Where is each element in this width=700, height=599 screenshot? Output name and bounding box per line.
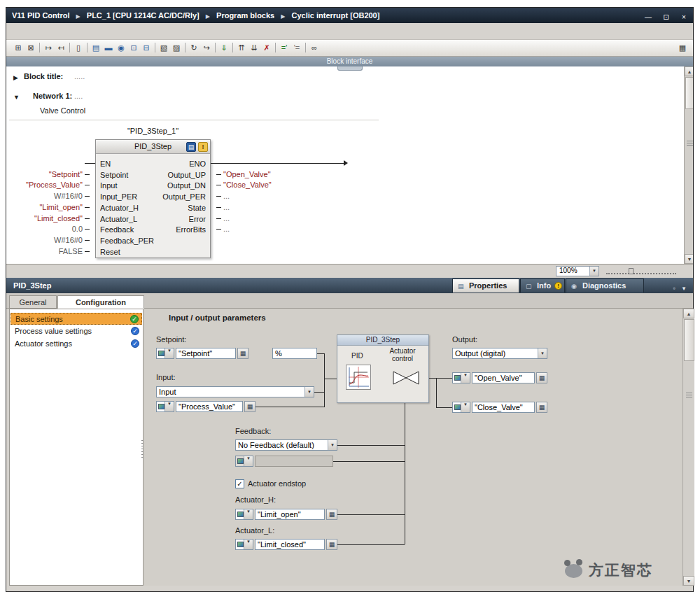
operand-reset[interactable]: FALSE (10, 247, 90, 255)
scroll-thumb[interactable] (685, 77, 693, 109)
absolute-operands-icon[interactable]: ▤ (90, 42, 102, 54)
operand-feedback[interactable]: 0.0 (10, 225, 90, 233)
scroll-grip[interactable] (687, 141, 693, 147)
instance-name[interactable]: "PID_3Step_1" (95, 127, 211, 135)
comment-icon[interactable]: ◉ (115, 42, 127, 54)
clear-forcing-icon[interactable]: ✗ (260, 42, 273, 54)
actuator-h-field[interactable]: "Limit_open" (255, 509, 325, 520)
collapse-panel-icon[interactable]: ▾ (679, 285, 689, 292)
network-comments-icon[interactable]: ▬ (102, 42, 115, 54)
network-collapse-icon[interactable]: ▼ (13, 94, 20, 101)
operand-open-valve[interactable]: "Open_Valve" (216, 170, 271, 178)
operand-error[interactable]: ... (216, 214, 230, 223)
tree-item-actuator-settings[interactable]: Actuator settings (10, 338, 142, 350)
monitor-on-icon[interactable]: =' (278, 42, 290, 54)
operand-input-per[interactable]: W#16#0 (10, 192, 90, 200)
scroll-down-button[interactable]: ▼ (683, 576, 694, 586)
network-title-placeholder[interactable]: .... (74, 92, 83, 100)
block-warning-icon[interactable]: ! (198, 142, 208, 152)
float-panel-icon[interactable]: ▫ (669, 285, 679, 292)
tree-item-basic-settings[interactable]: Basic settings (10, 313, 142, 325)
output-dn-field[interactable]: "Close_Valve" (472, 402, 535, 413)
tab-properties[interactable]: Properties (452, 279, 519, 293)
actuator-l-browse-button[interactable] (326, 539, 337, 550)
minimize-button[interactable]: — (642, 13, 654, 23)
snapshot-download-icon[interactable]: ⇊ (248, 42, 260, 54)
setpoint-browse-button[interactable] (237, 348, 248, 359)
interface-splitter-handle[interactable] (337, 66, 363, 71)
scroll-grip[interactable] (686, 393, 692, 399)
operand-output-per[interactable]: ... (216, 192, 230, 200)
setpoint-unit-field[interactable]: % (272, 348, 317, 359)
expand-networks-icon[interactable]: ▧ (158, 42, 170, 54)
snapshot-upload-icon[interactable]: ⇈ (235, 42, 248, 54)
scroll-up-button[interactable]: ▲ (685, 66, 693, 76)
go-to-icon[interactable]: ↪ (200, 42, 213, 54)
operand-limit-closed[interactable]: "Limit_closed" (10, 214, 90, 223)
tab-diagnostics[interactable]: Diagnostics (566, 279, 644, 293)
operand-errorbits[interactable]: ... (216, 225, 230, 233)
operand-close-valve[interactable]: "Close_Valve" (216, 181, 272, 189)
overview-icon[interactable]: ▯ (72, 42, 85, 54)
actuator-h-browse-button[interactable] (326, 509, 337, 520)
actuator-l-combo[interactable] (235, 539, 253, 550)
input-select[interactable]: Input (156, 386, 314, 397)
feedback-select[interactable]: No Feedback (default) (235, 439, 337, 451)
output-select[interactable]: Output (digital) (452, 348, 547, 359)
output-up-browse-button[interactable] (536, 372, 547, 383)
block-title-collapse-icon[interactable]: ▶ (13, 74, 18, 81)
download-icon[interactable]: ⇓ (218, 42, 230, 54)
input-tag-field[interactable]: "Process_Value" (176, 401, 243, 412)
tab-info[interactable]: Info (520, 279, 565, 293)
operand-state[interactable]: ... (216, 203, 230, 211)
delete-network-icon[interactable]: ⊠ (24, 42, 37, 54)
monitor-off-icon[interactable]: '= (290, 42, 303, 54)
glasses-icon[interactable]: ∞ (308, 42, 321, 54)
empty-box-icon[interactable]: ⊟ (140, 42, 153, 54)
zoom-slider[interactable] (606, 267, 676, 274)
scroll-up-button[interactable]: ▲ (683, 309, 694, 318)
scroll-thumb[interactable] (684, 319, 694, 361)
restore-button[interactable]: ⊡ (660, 13, 673, 23)
setpoint-tag-field[interactable]: "Setpoint" (176, 348, 236, 359)
combo-arrow-icon (244, 456, 253, 466)
close-button[interactable]: × (678, 13, 690, 23)
actuator-h-combo[interactable] (235, 509, 253, 520)
actuator-l-field[interactable]: "Limit_closed" (255, 539, 325, 550)
tab-general[interactable]: General (9, 295, 57, 309)
zoom-dropdown-arrow-icon[interactable] (589, 267, 598, 276)
open-branch-icon[interactable]: ⊡ (127, 42, 140, 54)
breadcrumb-program-blocks[interactable]: Program blocks (216, 11, 274, 20)
operand-process-value[interactable]: "Process_Value" (10, 181, 90, 189)
input-source-combo[interactable] (156, 401, 174, 412)
block-title-placeholder[interactable]: ..... (74, 72, 85, 80)
output-up-field[interactable]: "Open_Valve" (472, 372, 535, 383)
block-db-icon[interactable]: ▤ (186, 142, 196, 152)
output-dn-browse-button[interactable] (536, 402, 547, 413)
insert-column-icon[interactable]: ↤ (55, 42, 67, 54)
insert-row-icon[interactable]: ↦ (42, 42, 55, 54)
operand-setpoint[interactable]: "Setpoint" (10, 170, 90, 178)
breadcrumb-cyclic-interrupt[interactable]: Cyclic interrupt [OB200] (291, 11, 379, 20)
operand-limit-open[interactable]: "Limit_open" (10, 203, 90, 211)
collapse-networks-icon[interactable]: ▨ (170, 42, 183, 54)
maximize-editor-icon[interactable]: ▦ (676, 42, 689, 54)
call-structure-icon[interactable]: ↻ (188, 42, 200, 54)
output-up-combo[interactable] (452, 372, 470, 383)
actuator-endstop-checkbox[interactable] (235, 479, 244, 488)
insert-network-icon[interactable]: ⊞ (12, 42, 24, 54)
scroll-down-button[interactable]: ▼ (685, 254, 693, 264)
breadcrumb-project[interactable]: V11 PID Control (12, 11, 70, 20)
zoom-slider-thumb[interactable] (629, 268, 634, 274)
breadcrumb-plc[interactable]: PLC_1 [CPU 1214C AC/DC/Rly] (87, 11, 200, 20)
network-comment[interactable]: Valve Control (40, 106, 85, 115)
zoom-select[interactable]: 100% (556, 266, 599, 276)
pid-3step-block[interactable]: PID_3Step ▤ ! EN Setpoint Input Input_PE… (95, 139, 211, 258)
output-dn-combo[interactable] (452, 402, 470, 413)
input-browse-button[interactable] (244, 401, 255, 412)
block-interface-bar[interactable]: Block interface (6, 57, 693, 66)
tab-configuration[interactable]: Configuration (57, 295, 144, 309)
setpoint-source-combo[interactable] (156, 348, 174, 359)
tree-item-process-value-settings[interactable]: Process value settings (10, 325, 142, 337)
operand-feedback-per[interactable]: W#16#0 (10, 236, 90, 244)
